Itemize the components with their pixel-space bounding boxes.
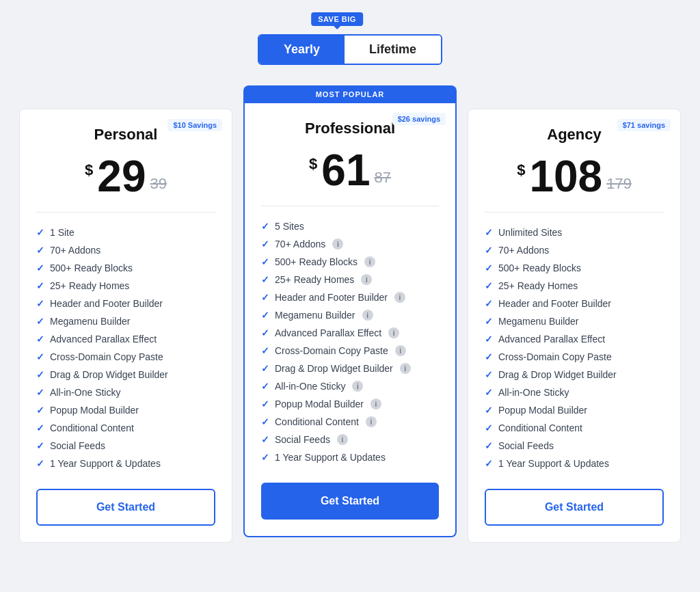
check-icon: ✓ bbox=[485, 405, 493, 416]
list-item: ✓70+ Addons bbox=[485, 241, 664, 259]
check-icon: ✓ bbox=[485, 334, 493, 345]
list-item: ✓Popup Modal Builder bbox=[485, 401, 664, 419]
savings-badge-professional: $26 savings bbox=[392, 113, 446, 125]
feature-text: Drag & Drop Widget Builder bbox=[50, 369, 168, 380]
lifetime-toggle-btn[interactable]: Lifetime bbox=[345, 36, 441, 64]
check-icon: ✓ bbox=[261, 345, 269, 356]
feature-text: Social Feeds bbox=[498, 440, 554, 451]
feature-text: Popup Modal Builder bbox=[50, 405, 139, 416]
list-item: ✓Header and Footer Builder bbox=[36, 295, 215, 312]
list-item: ✓Drag & Drop Widget Builder bbox=[36, 366, 215, 384]
feature-text: Advanced Parallax Effect bbox=[50, 334, 157, 345]
price-main-personal: 29 bbox=[97, 154, 146, 198]
feature-text: Cross-Domain Copy Paste bbox=[50, 351, 163, 362]
check-icon: ✓ bbox=[261, 363, 269, 374]
info-icon: i bbox=[395, 345, 406, 356]
check-icon: ✓ bbox=[36, 334, 44, 345]
check-icon: ✓ bbox=[261, 274, 269, 285]
get-started-btn-personal[interactable]: Get Started bbox=[36, 489, 215, 526]
check-icon: ✓ bbox=[36, 440, 44, 451]
save-big-badge: SAVE BIG bbox=[311, 12, 363, 26]
feature-text: Conditional Content bbox=[498, 422, 582, 433]
list-item: ✓Cross-Domain Copy Paste bbox=[36, 348, 215, 366]
get-started-btn-agency[interactable]: Get Started bbox=[485, 489, 664, 526]
check-icon: ✓ bbox=[36, 351, 44, 362]
info-icon: i bbox=[388, 327, 399, 338]
price-dollar-agency: $ bbox=[517, 161, 525, 179]
list-item: ✓Megamenu Builder bbox=[36, 312, 215, 330]
feature-text: 1 Year Support & Updates bbox=[498, 458, 609, 469]
info-icon: i bbox=[400, 363, 411, 374]
savings-badge-agency: $71 savings bbox=[617, 119, 671, 131]
check-icon: ✓ bbox=[36, 280, 44, 291]
check-icon: ✓ bbox=[485, 280, 493, 291]
list-item: ✓500+ Ready Blocksi bbox=[261, 253, 439, 271]
feature-text: All-in-One Sticky bbox=[275, 381, 345, 392]
feature-text: 25+ Ready Homes bbox=[498, 280, 578, 291]
feature-text: All-in-One Sticky bbox=[50, 387, 120, 398]
list-item: ✓70+ Addonsi bbox=[261, 235, 439, 253]
list-item: ✓500+ Ready Blocks bbox=[485, 259, 664, 277]
list-item: ✓Advanced Parallax Effect bbox=[36, 330, 215, 348]
features-list-professional: ✓5 Sites✓70+ Addonsi✓500+ Ready Blocksi✓… bbox=[261, 217, 439, 466]
feature-text: 1 Year Support & Updates bbox=[50, 458, 161, 469]
feature-text: 70+ Addons bbox=[275, 239, 325, 250]
price-dollar-professional: $ bbox=[309, 155, 317, 173]
feature-text: Cross-Domain Copy Paste bbox=[275, 345, 388, 356]
list-item: ✓Popup Modal Builderi bbox=[261, 395, 439, 413]
list-item: ✓Social Feedsi bbox=[261, 431, 439, 448]
list-item: ✓Social Feeds bbox=[36, 437, 215, 455]
check-icon: ✓ bbox=[261, 221, 269, 232]
feature-text: Header and Footer Builder bbox=[50, 298, 163, 309]
feature-text: Megamenu Builder bbox=[275, 310, 355, 321]
price-old-professional: 87 bbox=[374, 169, 390, 187]
info-icon: i bbox=[366, 416, 377, 427]
divider-professional bbox=[261, 206, 439, 206]
get-started-btn-professional[interactable]: Get Started bbox=[261, 483, 439, 520]
list-item: ✓Conditional Content bbox=[485, 419, 664, 437]
info-icon: i bbox=[364, 256, 375, 267]
plan-card-agency: $71 savingsAgency$108179✓Unlimited Sites… bbox=[468, 109, 681, 543]
check-icon: ✓ bbox=[261, 452, 269, 463]
feature-text: 500+ Ready Blocks bbox=[275, 256, 358, 267]
check-icon: ✓ bbox=[36, 387, 44, 398]
feature-text: Conditional Content bbox=[275, 416, 359, 427]
check-icon: ✓ bbox=[36, 316, 44, 327]
info-icon: i bbox=[332, 239, 343, 250]
check-icon: ✓ bbox=[485, 316, 493, 327]
list-item: ✓5 Sites bbox=[261, 217, 439, 235]
check-icon: ✓ bbox=[485, 351, 493, 362]
check-icon: ✓ bbox=[485, 387, 493, 398]
feature-text: Advanced Parallax Effect bbox=[498, 334, 605, 345]
feature-text: Popup Modal Builder bbox=[498, 405, 587, 416]
price-row-personal: $2939 bbox=[36, 154, 215, 198]
check-icon: ✓ bbox=[485, 369, 493, 380]
price-dollar-personal: $ bbox=[85, 161, 93, 179]
check-icon: ✓ bbox=[261, 310, 269, 321]
info-icon: i bbox=[361, 274, 372, 285]
list-item: ✓Social Feeds bbox=[485, 437, 664, 455]
check-icon: ✓ bbox=[485, 245, 493, 256]
list-item: ✓1 Year Support & Updates bbox=[485, 455, 664, 472]
list-item: ✓25+ Ready Homes bbox=[36, 277, 215, 295]
feature-text: 5 Sites bbox=[275, 221, 304, 232]
list-item: ✓Drag & Drop Widget Builderi bbox=[261, 360, 439, 377]
check-icon: ✓ bbox=[36, 422, 44, 433]
plans-container: $10 SavingsPersonal$2939✓1 Site✓70+ Addo… bbox=[14, 85, 686, 543]
check-icon: ✓ bbox=[485, 263, 493, 273]
check-icon: ✓ bbox=[485, 422, 493, 433]
list-item: ✓1 Site bbox=[36, 224, 215, 241]
check-icon: ✓ bbox=[261, 399, 269, 409]
check-icon: ✓ bbox=[36, 369, 44, 380]
yearly-toggle-btn[interactable]: Yearly bbox=[259, 36, 345, 64]
feature-text: Megamenu Builder bbox=[50, 316, 131, 327]
list-item: ✓All-in-One Stickyi bbox=[261, 377, 439, 395]
list-item: ✓500+ Ready Blocks bbox=[36, 259, 215, 277]
list-item: ✓Popup Modal Builder bbox=[36, 401, 215, 419]
billing-toggle-group: Yearly Lifetime bbox=[258, 34, 442, 65]
list-item: ✓25+ Ready Homes bbox=[485, 277, 664, 295]
feature-text: 500+ Ready Blocks bbox=[498, 263, 581, 273]
feature-text: Megamenu Builder bbox=[498, 316, 579, 327]
list-item: ✓Drag & Drop Widget Builder bbox=[485, 366, 664, 384]
check-icon: ✓ bbox=[261, 327, 269, 338]
